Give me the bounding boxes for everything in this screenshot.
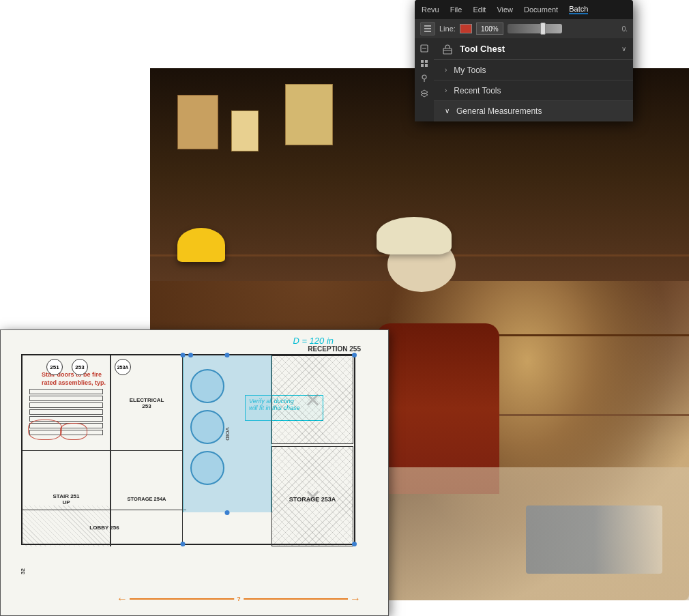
dim-32: 32	[20, 568, 26, 574]
electrical-section: ELECTRICAL 253 253A	[111, 378, 183, 451]
void-section: VOID	[183, 378, 271, 512]
void-coil-1	[190, 378, 224, 403]
elevator-section: ✕ ✕	[271, 378, 357, 546]
menu-revu[interactable]: Revu	[422, 5, 439, 14]
menu-file[interactable]: File	[450, 5, 462, 14]
markup-icon[interactable]	[418, 42, 430, 55]
extra-value: 0.	[622, 25, 628, 33]
line-label: Line:	[439, 25, 456, 33]
menu-view[interactable]: View	[497, 5, 513, 14]
stair-label: STAIR 251UP	[26, 493, 106, 505]
void-coil-2	[190, 410, 224, 444]
layers-icon	[424, 25, 432, 33]
svg-rect-6	[425, 60, 428, 63]
cad-drawing: D = 120 in RECEPTION 255 Stair doors to …	[1, 378, 388, 615]
void-dot-bottom	[225, 510, 230, 515]
tool-chest-popup: Revu File Edit View Document Batch Line:…	[415, 0, 633, 121]
general-measurements-item[interactable]: ∨ General Measurements	[434, 101, 633, 121]
tool-chest-header: Tool Chest ∨	[434, 38, 633, 60]
arrow-right-icon: →	[350, 593, 361, 605]
svg-marker-12	[421, 93, 428, 97]
opacity-slider[interactable]	[508, 24, 562, 33]
panel-container: Tool Chest ∨ › My Tools › Recent Tools ∨…	[415, 38, 633, 121]
svg-marker-11	[421, 90, 428, 94]
lobby-label: STORAGE 253A	[271, 496, 353, 503]
svg-rect-5	[421, 60, 424, 63]
recent-tools-arrow: ›	[445, 87, 447, 94]
menu-edit[interactable]: Edit	[473, 5, 486, 14]
popup-toolbar: Line: 0.	[415, 19, 633, 38]
dimension-arrow: ← ? →	[117, 593, 361, 605]
void-label: VOID	[224, 427, 231, 441]
recent-tools-item[interactable]: › Recent Tools	[434, 80, 633, 101]
color-swatch[interactable]	[460, 24, 472, 33]
tool-chest-content: Tool Chest ∨ › My Tools › Recent Tools ∨…	[434, 38, 633, 121]
pin-icon[interactable]	[418, 72, 430, 85]
percent-input[interactable]	[476, 23, 503, 35]
electrical-label: ELECTRICAL 253	[130, 397, 164, 409]
dim-question: ?	[234, 596, 244, 602]
svg-rect-8	[425, 64, 428, 67]
select-dot-5	[352, 542, 357, 546]
layers-panel-icon[interactable]	[418, 87, 430, 100]
floor-plan-outline: 251 253 STAIR 251UP	[21, 378, 355, 545]
cad-window: Revu File Edit View Document Markup Tool…	[0, 329, 389, 616]
storage-254a-section: LOBBY 256	[23, 510, 186, 544]
select-dot-4	[181, 542, 186, 546]
menu-batch[interactable]: Batch	[569, 5, 588, 14]
coil-left	[28, 420, 62, 440]
toolbox-icon	[442, 44, 453, 55]
storage-254a-label: LOBBY 256	[89, 524, 119, 530]
svg-point-9	[422, 75, 426, 79]
coil-right	[60, 423, 87, 440]
general-measurements-label: General Measurements	[456, 106, 542, 116]
tool-chest-icon	[441, 42, 454, 56]
tool-chest-chevron[interactable]: ∨	[621, 45, 626, 53]
recent-tools-label: Recent Tools	[454, 86, 501, 96]
tool-chest-title: Tool Chest	[460, 44, 621, 54]
toolbar-icon-btn[interactable]	[420, 22, 435, 35]
arrow-left-icon: ←	[117, 593, 128, 605]
elevator-box-1: ✕	[271, 378, 353, 444]
grid-icon[interactable]	[418, 57, 430, 70]
my-tools-arrow: ›	[445, 66, 447, 74]
storage-253a-label: STORAGE 254A	[116, 496, 177, 502]
general-measurements-arrow: ∨	[445, 107, 450, 115]
svg-rect-2	[424, 31, 431, 32]
popup-menubar: Revu File Edit View Document Batch	[415, 0, 633, 19]
dim-line: ?	[130, 598, 348, 600]
stair-upper: 251 253	[23, 378, 110, 451]
cad-main-area: D = 120 in RECEPTION 255 Stair doors to …	[1, 378, 388, 615]
my-tools-item[interactable]: › My Tools	[434, 60, 633, 80]
my-tools-label: My Tools	[454, 65, 486, 75]
elevator-x1: ✕	[304, 388, 321, 412]
svg-rect-7	[421, 64, 424, 67]
svg-rect-1	[424, 28, 431, 29]
menu-document[interactable]: Document	[524, 5, 558, 14]
svg-rect-13	[443, 48, 452, 54]
void-coil-3	[190, 451, 224, 485]
svg-rect-0	[424, 25, 431, 27]
left-icon-strip	[415, 38, 434, 121]
